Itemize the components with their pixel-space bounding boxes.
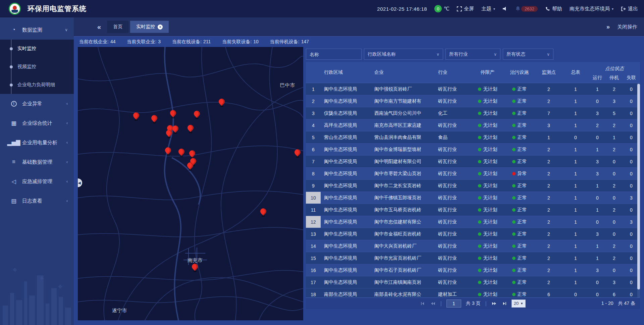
page-size-select[interactable]: 20▼ bbox=[512, 300, 526, 308]
cell-index: 8 bbox=[306, 168, 321, 179]
map-panel[interactable]: 巴中市南充市遂宁市 ◀ bbox=[78, 47, 303, 320]
industry-filter-select[interactable]: 所有行业∨ bbox=[445, 49, 500, 60]
status-text: 正常 bbox=[518, 183, 527, 189]
table-row[interactable]: 14阆中生态环境局阆中大兴页岩机砖厂砖瓦行业无计划正常21120 bbox=[306, 240, 640, 252]
cell-district: 阆中生态环境局 bbox=[321, 240, 371, 252]
notification-bell[interactable]: 2632 bbox=[515, 6, 538, 12]
logout-button[interactable]: 退出 bbox=[621, 6, 638, 12]
sidebar-subitem-实时监控[interactable]: 实时监控 bbox=[0, 40, 74, 58]
cell-district: 阆中生态环境局 bbox=[321, 252, 371, 264]
column-header: 治污设施 bbox=[503, 62, 535, 83]
stats-bar: 当前在线企业:44当前失联企业:3当前在线设备:211当前失联设备:10当前停机… bbox=[74, 36, 644, 47]
sidebar-subitem-视频监控[interactable]: 视频监控 bbox=[0, 58, 74, 76]
table-row[interactable]: 15阆中生态环境局阆中市光富页岩机砖厂砖瓦行业无计划正常21120 bbox=[306, 252, 640, 264]
table-row[interactable]: 18南部生态环境局南部县砖化水泥有限公建材加工无计划正常60060 bbox=[306, 288, 640, 297]
status-filter-select[interactable]: 所有状态∨ bbox=[503, 49, 553, 60]
stat-label: 当前失联设备: bbox=[222, 39, 252, 45]
status-dot-green bbox=[478, 136, 481, 139]
status-dot-green bbox=[512, 245, 516, 248]
table-row[interactable]: 3仪陇生态环境局西南油气田分公司川中化工无计划正常71350 bbox=[306, 107, 640, 119]
cell-meters: 1 bbox=[562, 83, 589, 95]
cell-halt: 0 bbox=[606, 168, 623, 179]
cell-company: 阆中市二龙长宝页岩砖 bbox=[371, 180, 435, 192]
table-row[interactable]: 17阆中生态环境局阆中市江南镇阆南页岩砖瓦行业无计划正常21030 bbox=[306, 276, 640, 288]
cell-facility-status: 正常 bbox=[503, 156, 535, 167]
sidebar-item-power-analysis[interactable]: ▂▅▇企业用电量分析‹ bbox=[0, 133, 74, 152]
tab-实时监控[interactable]: 实时监控× bbox=[130, 21, 169, 33]
cell-run: 3 bbox=[589, 107, 606, 119]
sidebar-item-base-data[interactable]: ≡基础数据管理‹ bbox=[0, 152, 74, 172]
table-row[interactable]: 8阆中生态环境局阆中市枣碧大梁山页岩砖瓦行业无计划异常21300 bbox=[306, 168, 640, 180]
cell-halt: 5 bbox=[606, 107, 623, 119]
cell-meters: 1 bbox=[562, 240, 589, 252]
cell-meters: 1 bbox=[562, 216, 589, 228]
speaker-mute-icon[interactable] bbox=[502, 6, 508, 11]
sidebar-item-data-monitor[interactable]: ◔数据监测∨ bbox=[0, 20, 74, 40]
cell-halt: 0 bbox=[606, 156, 623, 167]
cell-industry: 砖瓦行业 bbox=[435, 119, 472, 131]
region-filter-select[interactable]: 行政区域名称∨ bbox=[364, 49, 443, 60]
column-header: 行政区域 bbox=[321, 62, 371, 83]
table-row[interactable]: 13阆中生态环境局阆中市金福旺页岩机砖砖瓦行业无计划正常21300 bbox=[306, 228, 640, 240]
status-text: 无计划 bbox=[483, 279, 497, 285]
tabs-scroll-right-icon[interactable]: » bbox=[606, 23, 610, 31]
app-header: 环保用电监管系统 2021-02-25 17:46:18 0 ℃ 全屏 主题▾ … bbox=[0, 0, 644, 17]
map-city-label: 南充市 bbox=[187, 257, 203, 263]
temperature-badge: 0 bbox=[434, 5, 442, 12]
cell-halt: 3 bbox=[606, 95, 623, 107]
table-row[interactable]: 10阆中生态环境局阆中千佛镇五郎垭页岩砖瓦行业无计划正常21003 bbox=[306, 192, 640, 204]
sidebar-item-enterprise-abnormal[interactable]: !企业异常‹ bbox=[0, 94, 74, 113]
sidebar-item-logs[interactable]: ▤日志查看‹ bbox=[0, 191, 74, 211]
cell-stop-status: 无计划 bbox=[472, 288, 503, 297]
status-text: 正常 bbox=[518, 279, 527, 285]
stat-item: 当前失联企业:3 bbox=[127, 39, 161, 45]
status-text: 正常 bbox=[518, 110, 527, 116]
cell-stop-status: 无计划 bbox=[472, 119, 503, 131]
cell-district: 南部生态环境局 bbox=[321, 288, 371, 297]
status-dot-green bbox=[478, 293, 481, 296]
next-page-button[interactable] bbox=[491, 301, 497, 306]
cell-stop-status: 无计划 bbox=[472, 83, 503, 95]
cell-halt: 2 bbox=[606, 204, 623, 216]
table-scrollbar[interactable] bbox=[637, 83, 640, 297]
tabs-scroll-left-icon[interactable]: « bbox=[95, 23, 104, 31]
sidebar-subitem-企业电力负荷明细[interactable]: 企业电力负荷明细 bbox=[0, 76, 74, 94]
table-row[interactable]: 12阆中生态环境局阆中市忠信建材有限公砖瓦行业无计划正常21003 bbox=[306, 216, 640, 228]
cell-halt: 2 bbox=[606, 180, 623, 192]
close-icon[interactable]: × bbox=[158, 24, 163, 30]
table-row[interactable]: 11阆中生态环境局阆中市五马桥页岩机砖砖瓦行业无计划正常21120 bbox=[306, 204, 640, 216]
layers-icon: ≡ bbox=[10, 159, 17, 165]
table-row[interactable]: 4高坪生态环境局南充市高坪区王家店建砖瓦行业无计划正常31220 bbox=[306, 119, 640, 131]
table-row[interactable]: 2阆中生态环境局阆中市南方节能建材有砖瓦行业无计划正常21030 bbox=[306, 95, 640, 107]
theme-dropdown[interactable]: 主题▾ bbox=[481, 6, 495, 12]
column-header: 企业 bbox=[371, 62, 435, 83]
help-button[interactable]: 帮助 bbox=[545, 6, 562, 12]
sidebar-item-enterprise-stats[interactable]: ▦企业综合统计‹ bbox=[0, 113, 74, 133]
sidebar-item-emergency[interactable]: ◁应急减排管理‹ bbox=[0, 172, 74, 191]
cell-stop-status: 无计划 bbox=[472, 156, 503, 167]
table-row[interactable]: 6阆中生态环境局阆中市金博瑞新型墙材砖瓦行业无计划正常21120 bbox=[306, 144, 640, 156]
cell-run: 1 bbox=[589, 240, 606, 252]
cell-points: 3 bbox=[535, 119, 562, 131]
table-row[interactable]: 16阆中生态环境局阆中市石子页岩机砖厂砖瓦行业无计划正常21300 bbox=[306, 264, 640, 276]
status-dot-green bbox=[478, 88, 481, 91]
table-row[interactable]: 1阆中生态环境局阆中强锐页岩砖厂砖瓦行业无计划正常21120 bbox=[306, 83, 640, 95]
name-filter-input[interactable] bbox=[310, 52, 358, 57]
table-row[interactable]: 9阆中生态环境局阆中市二龙长宝页岩砖砖瓦行业无计划正常21120 bbox=[306, 180, 640, 192]
cell-facility-status: 正常 bbox=[503, 288, 535, 297]
page-number-input[interactable] bbox=[446, 300, 461, 308]
fullscreen-button[interactable]: 全屏 bbox=[457, 6, 474, 12]
scrollbar-thumb[interactable] bbox=[637, 84, 640, 289]
cell-run: 0 bbox=[589, 216, 606, 228]
table-row[interactable]: 5营山生态环境局营山县润丰肉食品有限食品无计划正常10010 bbox=[306, 131, 640, 144]
status-text: 正常 bbox=[518, 219, 527, 225]
close-operations-button[interactable]: 关闭操作 bbox=[617, 24, 637, 30]
user-org-dropdown[interactable]: 南充市生态环境局▾ bbox=[570, 6, 613, 12]
tab-首页[interactable]: 首页 bbox=[107, 21, 128, 33]
cell-index: 6 bbox=[306, 144, 321, 155]
cell-company: 营山县润丰肉食品有限 bbox=[371, 131, 435, 143]
first-page-button[interactable] bbox=[420, 301, 425, 306]
table-row[interactable]: 7阆中生态环境局阆中明阳建材有限公司砖瓦行业无计划正常21300 bbox=[306, 156, 640, 168]
last-page-button[interactable] bbox=[502, 301, 507, 306]
prev-page-button[interactable] bbox=[430, 301, 436, 306]
